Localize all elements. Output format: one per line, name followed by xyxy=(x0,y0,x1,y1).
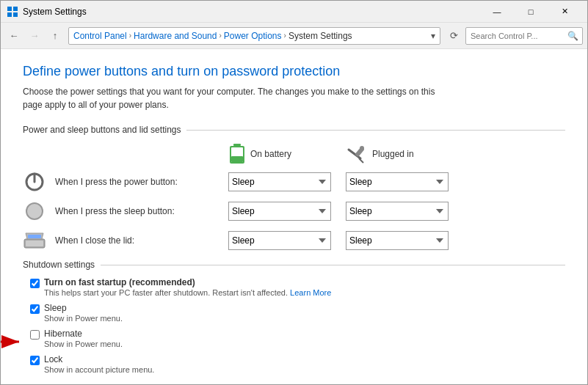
breadcrumb-sep-2: › xyxy=(219,32,221,40)
col-header-plugged-in-label: Plugged in xyxy=(372,149,414,159)
power-button-icon-container xyxy=(23,170,46,194)
breadcrumb-control-panel[interactable]: Control Panel xyxy=(73,31,127,41)
svg-rect-0 xyxy=(7,7,12,11)
lock-content: Lock Show in account picture menu. xyxy=(44,354,154,374)
sleep-button-on-battery-select[interactable]: Sleep Do nothing Hibernate Shut down Tur… xyxy=(228,202,331,221)
up-button[interactable]: ↑ xyxy=(46,27,64,45)
forward-button[interactable]: → xyxy=(26,27,43,45)
power-button-label: When I press the power button: xyxy=(55,177,228,187)
hibernate-subtitle: Show in Power menu. xyxy=(44,340,123,348)
power-button-dropdowns: Sleep Do nothing Hibernate Shut down Tur… xyxy=(228,172,449,191)
minimize-button[interactable]: — xyxy=(480,1,514,23)
sleep-button-label: When I press the sleep button: xyxy=(55,206,228,216)
back-button[interactable]: ← xyxy=(5,27,23,45)
lock-title: Lock xyxy=(44,354,154,364)
lock-subtitle: Show in account picture menu. xyxy=(44,365,154,374)
power-button-on-battery-select[interactable]: Sleep Do nothing Hibernate Shut down Tur… xyxy=(228,172,331,191)
breadcrumb: Control Panel › Hardware and Sound › Pow… xyxy=(68,27,440,45)
lid-label: When I close the lid: xyxy=(55,235,228,246)
svg-point-14 xyxy=(26,203,43,219)
window-icon xyxy=(7,6,18,18)
section-buttons-lid-header: Power and sleep buttons and lid settings xyxy=(23,125,565,135)
fast-startup-title: Turn on fast startup (recommended) xyxy=(44,277,331,287)
window-title: System Settings xyxy=(23,7,480,17)
hibernate-checkbox[interactable] xyxy=(30,330,40,340)
lid-plugged-in-select[interactable]: Sleep Do nothing Hibernate Shut down Tur… xyxy=(346,231,449,250)
sleep-button-row: When I press the sleep button: Sleep Do … xyxy=(23,199,565,223)
hibernate-title: Hibernate xyxy=(44,329,123,339)
refresh-button[interactable]: ⟳ xyxy=(445,27,462,45)
title-bar: System Settings — □ ✕ xyxy=(1,1,587,23)
svg-rect-7 xyxy=(231,156,243,162)
lid-icon-container xyxy=(23,229,46,252)
lid-dropdowns: Sleep Do nothing Hibernate Shut down Tur… xyxy=(228,231,449,250)
shutdown-fast-startup-row: Turn on fast startup (recommended) This … xyxy=(23,277,565,297)
search-wrapper: 🔍 xyxy=(465,27,583,45)
shutdown-lock-row: Lock Show in account picture menu. xyxy=(23,354,565,374)
breadcrumb-hardware-sound[interactable]: Hardware and Sound xyxy=(134,31,217,41)
breadcrumb-current: System Settings xyxy=(288,31,352,41)
search-input[interactable] xyxy=(465,27,583,45)
sleep-button-dropdowns: Sleep Do nothing Hibernate Shut down Tur… xyxy=(228,202,449,221)
sleep-checkbox[interactable] xyxy=(30,304,40,314)
page-title: Define power buttons and turn on passwor… xyxy=(23,64,565,79)
svg-rect-17 xyxy=(28,235,41,238)
fast-startup-content: Turn on fast startup (recommended) This … xyxy=(44,277,331,297)
page-subtitle: Choose the power settings that you want … xyxy=(23,85,449,111)
power-button-plugged-in-select[interactable]: Sleep Do nothing Hibernate Shut down Tur… xyxy=(346,172,449,191)
col-header-plugged-in: Plugged in xyxy=(346,142,449,166)
content-area: Define power buttons and turn on passwor… xyxy=(1,49,587,384)
svg-rect-2 xyxy=(7,12,12,17)
col-header-on-battery: On battery xyxy=(228,142,331,166)
hibernate-content: Hibernate Show in Power menu. xyxy=(44,329,123,348)
shutdown-items-container: Turn on fast startup (recommended) This … xyxy=(23,277,565,374)
main-window: System Settings — □ ✕ ← → ↑ Control Pane… xyxy=(0,0,588,385)
breadcrumb-sep-1: › xyxy=(129,32,131,40)
lid-on-battery-select[interactable]: Sleep Do nothing Hibernate Shut down Tur… xyxy=(228,231,331,250)
learn-more-link[interactable]: Learn More xyxy=(290,288,331,297)
power-button-row: When I press the power button: Sleep Do … xyxy=(23,170,565,194)
sleep-subtitle: Show in Power menu. xyxy=(44,314,123,323)
shutdown-hibernate-row: Hibernate Show in Power menu. xyxy=(23,329,565,348)
col-header-on-battery-label: On battery xyxy=(250,149,291,159)
nav-bar: ← → ↑ Control Panel › Hardware and Sound… xyxy=(1,23,587,49)
lid-row: When I close the lid: Sleep Do nothing H… xyxy=(23,229,565,252)
battery-icon xyxy=(228,142,246,166)
breadcrumb-power-options[interactable]: Power Options xyxy=(224,31,282,41)
lid-icon xyxy=(23,232,46,249)
breadcrumb-dropdown-icon[interactable]: ▾ xyxy=(431,31,435,41)
shutdown-sleep-row: Sleep Show in Power menu. xyxy=(23,303,565,323)
lock-checkbox[interactable] xyxy=(30,356,40,365)
breadcrumb-sep-3: › xyxy=(284,32,286,40)
column-headers: On battery Plugged in xyxy=(228,142,565,166)
sleep-button-icon-container xyxy=(23,199,46,223)
close-button[interactable]: ✕ xyxy=(548,1,581,23)
svg-rect-3 xyxy=(13,12,18,17)
power-icon xyxy=(24,172,45,192)
maximize-button[interactable]: □ xyxy=(514,1,548,23)
svg-rect-16 xyxy=(26,241,43,246)
svg-point-10 xyxy=(360,146,364,150)
sleep-title: Sleep xyxy=(44,303,123,313)
svg-rect-1 xyxy=(13,7,18,11)
section-shutdown-header: Shutdown settings xyxy=(23,260,565,270)
fast-startup-checkbox[interactable] xyxy=(30,279,40,288)
plug-icon xyxy=(346,144,368,164)
fast-startup-subtitle: This helps start your PC faster after sh… xyxy=(44,288,331,297)
sleep-icon xyxy=(24,201,45,221)
sleep-content: Sleep Show in Power menu. xyxy=(44,303,123,323)
window-controls: — □ ✕ xyxy=(480,1,581,23)
sleep-button-plugged-in-select[interactable]: Sleep Do nothing Hibernate Shut down Tur… xyxy=(346,202,449,221)
svg-rect-4 xyxy=(233,144,241,146)
